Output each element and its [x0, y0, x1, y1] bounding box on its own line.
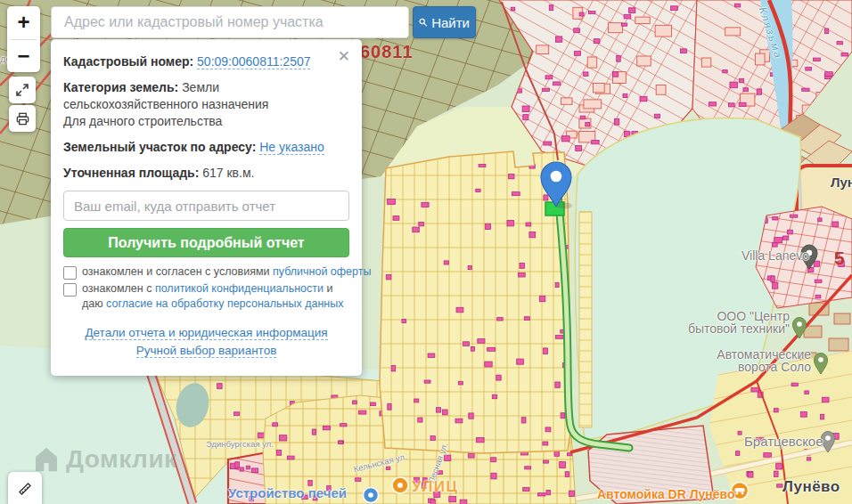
info-panel: ✕ Кадастровый номер: 50:09:0060811:2507 …: [51, 39, 362, 376]
zoom-control: + −: [7, 6, 40, 72]
fullscreen-icon: [15, 83, 29, 97]
offer-checkbox[interactable]: [63, 266, 77, 280]
privacy-consent-row: ознакомлен с политикой конфиденциальност…: [63, 281, 349, 312]
offer-consent-row: ознакомлен и согласен с условиями публич…: [63, 264, 349, 280]
search-bar: Найти: [51, 6, 476, 38]
panel-footer-links: Детали отчета и юридическая информация Р…: [63, 324, 349, 360]
printer-icon: [15, 111, 30, 126]
search-icon: [419, 16, 427, 28]
ruler-icon: [16, 479, 34, 497]
dacha-grid-area: [380, 151, 571, 453]
search-button[interactable]: Найти: [413, 6, 476, 38]
address-row: Земельный участок по адресу: Не указано: [63, 139, 349, 156]
offer-link[interactable]: публичной оферты: [273, 265, 371, 278]
email-input[interactable]: [63, 191, 349, 221]
details-link[interactable]: Детали отчета и юридическая информация: [85, 326, 327, 340]
privacy-checkbox[interactable]: [63, 283, 77, 297]
measure-button[interactable]: [8, 472, 42, 504]
cadastral-number-row: Кадастровый номер: 50:09:0060811:2507: [63, 53, 349, 70]
area-row: Уточненная площадь: 617 кв.м.: [63, 165, 349, 182]
map-viewport: 60811 5 Villa Lanevo ООО "Центр бытовой …: [0, 0, 852, 504]
zoom-in-button[interactable]: +: [7, 6, 40, 39]
manual-select-link[interactable]: Ручной выбор вариантов: [136, 344, 277, 358]
submit-report-button[interactable]: Получить подробный отчет: [63, 228, 349, 257]
personal-data-link[interactable]: согласие на обработку персональных данны…: [106, 297, 343, 310]
close-button[interactable]: ✕: [336, 47, 352, 66]
cadastral-number-link[interactable]: 50:09:0060811:2507: [197, 54, 310, 69]
zoom-out-button[interactable]: −: [7, 40, 40, 73]
address-link[interactable]: Не указано: [259, 140, 324, 155]
privacy-policy-link[interactable]: политикой конфиденциальности: [155, 282, 324, 295]
category-row: Категория земель: Земли сельскохозяйстве…: [63, 79, 349, 130]
print-button[interactable]: [9, 105, 36, 132]
search-input[interactable]: [51, 6, 409, 38]
lunevo-village-area: [709, 351, 852, 504]
fullscreen-button[interactable]: [9, 77, 36, 103]
